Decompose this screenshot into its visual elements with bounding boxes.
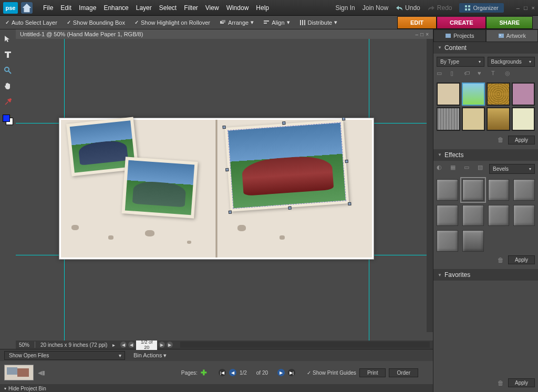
sign-in-link[interactable]: Sign In <box>335 4 355 12</box>
menu-select[interactable]: Select <box>159 4 177 12</box>
redo-button[interactable]: Redo <box>428 4 452 12</box>
last-page-icon[interactable]: ▶ <box>167 342 173 348</box>
fx-photo-icon[interactable]: ▭ <box>464 164 472 172</box>
trash-icon[interactable]: 🗑 <box>498 379 504 387</box>
tag-type-icon[interactable]: 🏷 <box>464 70 472 78</box>
tab-share[interactable]: SHARE <box>486 16 533 29</box>
effects-style-dropdown[interactable]: Bevels <box>489 164 535 174</box>
zoom-level[interactable]: 50% <box>19 342 29 348</box>
content-thumb[interactable] <box>462 107 485 131</box>
canvas[interactable] <box>16 39 433 341</box>
hand-tool-icon[interactable] <box>3 81 13 91</box>
menu-enhance[interactable]: Enhance <box>104 4 128 12</box>
effect-thumb[interactable] <box>437 205 458 226</box>
bin-page-thumb[interactable] <box>4 365 34 380</box>
frame-type-icon[interactable]: ▯ <box>450 70 459 78</box>
menu-view[interactable]: View <box>205 4 219 12</box>
effect-thumb[interactable] <box>513 179 535 201</box>
align-dropdown[interactable]: Align ▾ <box>263 19 289 26</box>
distribute-dropdown[interactable]: Distribute ▾ <box>299 19 337 26</box>
zoom-tool-icon[interactable] <box>3 65 13 76</box>
effect-thumb[interactable] <box>437 230 458 252</box>
auto-select-layer-check[interactable]: Auto Select Layer <box>5 19 57 26</box>
tab-artwork[interactable]: Artwork <box>486 29 539 42</box>
home-icon[interactable] <box>21 2 33 14</box>
doc-maximize-icon[interactable]: □ <box>420 32 423 37</box>
content-thumb[interactable] <box>512 107 535 131</box>
content-thumb[interactable] <box>437 107 460 131</box>
effect-thumb[interactable] <box>462 205 484 226</box>
fx-style-icon[interactable]: ▧ <box>478 164 486 172</box>
hide-project-bin[interactable]: Hide Project Bin <box>0 384 433 392</box>
selection-handle[interactable] <box>222 126 225 129</box>
menu-layer[interactable]: Layer <box>136 4 152 12</box>
selection-handle[interactable] <box>342 117 345 120</box>
text-type-icon[interactable]: T <box>491 70 500 78</box>
pse-logo[interactable]: pse <box>3 2 18 14</box>
shape-type-icon[interactable]: ◎ <box>505 70 513 78</box>
close-icon[interactable]: × <box>532 5 535 11</box>
organizer-button[interactable]: Organizer <box>459 3 503 13</box>
photo-frame-selected[interactable] <box>225 119 349 211</box>
selection-handle[interactable] <box>282 121 285 125</box>
tab-edit[interactable]: EDIT <box>397 16 437 29</box>
selection-handle[interactable] <box>229 211 232 214</box>
effect-thumb[interactable] <box>488 205 510 226</box>
effect-thumb[interactable] <box>488 179 510 201</box>
prev-page-icon[interactable]: ◀ <box>128 342 134 348</box>
content-filter-type[interactable]: By Type <box>437 57 484 67</box>
selection-handle[interactable] <box>288 207 291 210</box>
effect-thumb[interactable] <box>462 230 484 252</box>
fx-layer-icon[interactable]: ▦ <box>450 164 459 172</box>
tab-create[interactable]: CREATE <box>437 16 486 29</box>
photo-frame[interactable] <box>121 157 198 218</box>
join-now-link[interactable]: Join Now <box>363 4 388 12</box>
menu-file[interactable]: File <box>43 4 53 12</box>
fx-filter-icon[interactable]: ◐ <box>437 164 445 172</box>
menu-edit[interactable]: Edit <box>60 4 71 12</box>
trash-icon[interactable]: 🗑 <box>498 136 504 143</box>
undo-button[interactable]: Undo <box>396 4 420 12</box>
content-thumb[interactable] <box>437 82 460 106</box>
doc-close-icon[interactable]: × <box>426 32 429 37</box>
trash-icon[interactable]: 🗑 <box>498 256 504 264</box>
info-dropdown-icon[interactable]: ▸ <box>112 342 115 348</box>
next-page-icon[interactable]: ▶ <box>159 342 165 348</box>
print-guides-check[interactable]: Show Print Guides <box>307 370 356 376</box>
photo-book[interactable] <box>59 118 374 260</box>
content-thumb[interactable] <box>487 107 510 131</box>
order-button[interactable]: Order <box>389 368 418 377</box>
content-panel-header[interactable]: Content <box>433 42 538 54</box>
vertical-scrollbar[interactable] <box>427 39 433 332</box>
bin-filter-dropdown[interactable]: Show Open Files <box>4 351 125 360</box>
next-page-icon[interactable]: ▶ <box>277 369 285 376</box>
bin-actions-dropdown[interactable]: Bin Actions ▾ <box>133 352 167 359</box>
add-page-icon[interactable]: ✚ <box>201 368 207 377</box>
favorites-panel-header[interactable]: Favorites <box>433 269 538 281</box>
color-swatch[interactable] <box>3 115 13 125</box>
menu-window[interactable]: Window <box>226 4 249 12</box>
content-thumb[interactable] <box>462 82 485 106</box>
prev-page-icon[interactable]: ◀ <box>229 369 236 376</box>
effect-thumb[interactable] <box>462 179 484 201</box>
bin-scroll-icon[interactable]: ◀▮ <box>38 369 45 376</box>
horizontal-scrollbar[interactable] <box>180 342 430 348</box>
show-bounding-box-check[interactable]: Show Bounding Box <box>67 19 125 26</box>
first-page-icon[interactable]: ◀ <box>120 342 127 348</box>
menu-filter[interactable]: Filter <box>184 4 198 12</box>
page-input[interactable]: 1/2 of 20 <box>136 339 157 350</box>
eyedropper-tool-icon[interactable] <box>3 97 13 107</box>
photo-type-icon[interactable]: ▭ <box>437 70 445 78</box>
selection-handle[interactable] <box>225 168 229 171</box>
first-page-icon[interactable]: |◀ <box>219 369 226 376</box>
effects-panel-header[interactable]: Effects <box>433 149 538 161</box>
move-tool-icon[interactable] <box>3 34 13 44</box>
print-button[interactable]: Print <box>359 368 386 377</box>
content-filter-category[interactable]: Backgrounds <box>488 57 535 67</box>
text-tool-icon[interactable] <box>3 49 13 60</box>
selection-handle[interactable] <box>348 202 351 205</box>
menu-help[interactable]: Help <box>256 4 269 12</box>
menu-image[interactable]: Image <box>79 4 96 12</box>
last-page-icon[interactable]: ▶| <box>288 369 295 376</box>
arrange-dropdown[interactable]: Arrange ▾ <box>220 19 254 26</box>
